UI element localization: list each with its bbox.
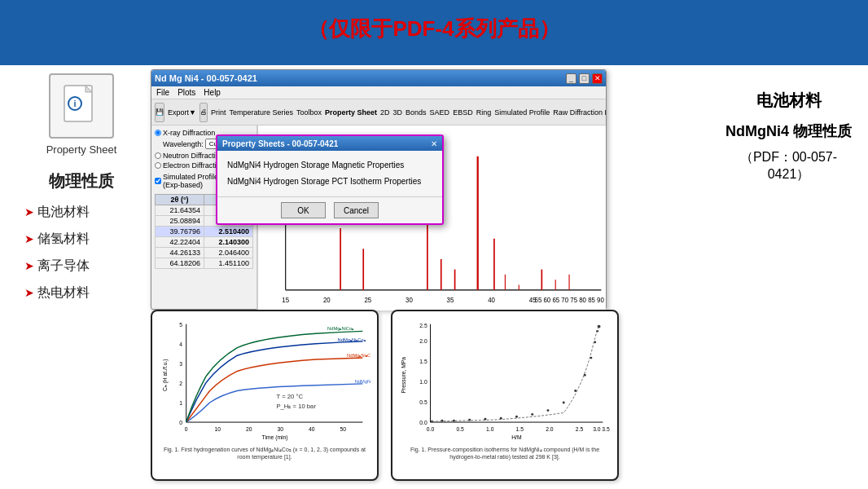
menu-file[interactable]: File	[156, 88, 169, 97]
popup-content: NdMgNi4 Hydrogen Storage Magnetic Proper…	[217, 151, 442, 196]
temp-series-label[interactable]: Temperature Series	[229, 108, 293, 117]
right-compound: NdMgNi4 物理性质	[726, 121, 852, 141]
property-popup: Property Sheets - 00-057-0421 ✕ NdMgNi4 …	[216, 134, 444, 225]
sim-profile-checkbox[interactable]	[155, 178, 161, 184]
d-value: 2.510400	[204, 227, 253, 237]
svg-text:50: 50	[340, 426, 347, 432]
software-menubar: File Plots Help	[151, 86, 606, 99]
svg-text:1.0: 1.0	[419, 379, 427, 385]
popup-item-2[interactable]: NdMgNi4 Hydrogen Storage PCT Isotherm Pr…	[226, 174, 434, 190]
menu-plots[interactable]: Plots	[178, 88, 195, 97]
software-titlebar: Nd Mg Ni4 - 00-057-0421 _ □ ✕	[151, 70, 606, 86]
print-label[interactable]: Print	[211, 108, 226, 117]
property-sheet-label: Property Sheet	[46, 143, 117, 156]
bonds-label[interactable]: Bonds	[406, 108, 427, 117]
popup-close-button[interactable]: ✕	[431, 139, 437, 148]
angle-value: 25.08894	[156, 216, 204, 227]
table-row: 64.18206 1.451100	[156, 258, 253, 269]
popup-item-1[interactable]: NdMgNi4 Hydrogen Storage Magnetic Proper…	[226, 157, 434, 174]
svg-text:0.5: 0.5	[456, 426, 464, 432]
sim-profile-label[interactable]: Simulated Profile	[494, 108, 550, 117]
print-tool-button[interactable]: 🖨	[199, 103, 208, 122]
svg-text:H/M: H/M	[511, 434, 522, 440]
popup-titlebar: Property Sheets - 00-057-0421 ✕	[217, 136, 442, 151]
svg-text:0: 0	[185, 426, 188, 432]
graph1-area: 0 1 2 3 4 5 Cₕ (H at./f.u.) 0 10 20 30 4…	[159, 318, 370, 444]
angle-value: 64.18206	[156, 258, 204, 269]
svg-text:P_H₂ = 10 bar: P_H₂ = 10 bar	[276, 403, 316, 410]
svg-text:20: 20	[246, 426, 252, 432]
svg-text:40: 40	[488, 295, 495, 304]
svg-text:1: 1	[179, 400, 182, 406]
table-header-angle: 2θ (°)	[156, 195, 204, 205]
neutron-label: Neutron Diffraction	[163, 152, 224, 160]
top-title: （仅限于PDF-4系列产品）	[308, 15, 559, 43]
svg-text:2.0: 2.0	[546, 426, 554, 432]
wavelength-label: Wavelength:	[163, 140, 204, 148]
prop-list: 电池材料 储氢材料 离子导体 热电材料	[16, 204, 147, 311]
save-tool-button[interactable]: 💾	[155, 103, 164, 122]
saed-label[interactable]: SAED	[430, 108, 450, 117]
svg-text:0.5: 0.5	[419, 399, 427, 405]
svg-point-72	[547, 409, 550, 412]
export-label[interactable]: Export▼	[168, 108, 196, 117]
svg-text:30: 30	[406, 295, 413, 304]
center-area: Nd Mg Ni4 - 00-057-0421 _ □ ✕ File Plots…	[151, 69, 631, 322]
ring-label[interactable]: Ring	[476, 108, 492, 117]
graph-pct: 0.0 0.5 1.0 1.5 2.0 2.5 Pressure, MPa 0.…	[391, 310, 619, 481]
2d-label[interactable]: 2D	[380, 108, 390, 117]
svg-point-79	[598, 325, 601, 328]
svg-point-74	[574, 390, 576, 392]
table-row: 42.22404 2.140300	[156, 237, 253, 248]
property-sheet-toolbar-label[interactable]: Property Sheet	[325, 108, 377, 117]
software-title: Nd Mg Ni4 - 00-057-0421	[155, 73, 257, 83]
d-value: 2.046400	[204, 248, 253, 258]
svg-text:55 60 65 70 75 80 85 90 95: 55 60 65 70 75 80 85 90 95	[535, 295, 606, 304]
svg-text:0: 0	[179, 420, 182, 425]
svg-point-71	[531, 413, 533, 416]
svg-text:T = 20 °C: T = 20 °C	[276, 393, 303, 400]
3d-label[interactable]: 3D	[393, 108, 403, 117]
software-toolbar: 💾 Export▼ 🖨 Print Temperature Series Too…	[151, 99, 606, 126]
svg-text:1.0: 1.0	[486, 426, 494, 432]
angle-value: 42.22404	[156, 237, 204, 248]
svg-text:25: 25	[364, 295, 371, 304]
svg-text:5: 5	[179, 322, 182, 328]
maximize-button[interactable]: □	[579, 73, 590, 84]
graph2-svg: 0.0 0.5 1.0 1.5 2.0 2.5 Pressure, MPa 0.…	[399, 318, 611, 444]
d-value: 2.140300	[204, 237, 253, 248]
svg-text:NdMg₂NiCo₂: NdMg₂NiCo₂	[327, 326, 354, 331]
graph2-area: 0.0 0.5 1.0 1.5 2.0 2.5 Pressure, MPa 0.…	[399, 318, 611, 444]
graph1-caption: Fig. 1. First hydrogenation curves of Nd…	[159, 446, 370, 460]
list-item: 热电材料	[16, 284, 147, 302]
popup-cancel-button[interactable]: Cancel	[334, 202, 379, 218]
popup-ok-button[interactable]: OK	[281, 202, 326, 218]
svg-text:40: 40	[309, 426, 315, 432]
raw-diff-label[interactable]: Raw Diffraction Data	[553, 108, 606, 117]
left-panel: i Property Sheet 物理性质 电池材料 储氢材料 离子导体 热电材…	[16, 65, 147, 473]
menu-help[interactable]: Help	[204, 88, 221, 97]
svg-text:15: 15	[282, 295, 289, 304]
toolbox-label[interactable]: Toolbox	[296, 108, 322, 117]
angle-value: 21.64354	[156, 205, 204, 216]
bottom-graphs: 0 1 2 3 4 5 Cₕ (H at./f.u.) 0 10 20 30 4…	[151, 310, 619, 481]
list-item: 离子导体	[16, 258, 147, 275]
right-panel: 电池材料 NdMgNi4 物理性质 （PDF：00-057-0421）	[726, 90, 852, 183]
svg-text:35: 35	[447, 295, 454, 304]
svg-text:2: 2	[179, 381, 182, 386]
d-value: 1.451100	[204, 258, 253, 269]
graph-hydrogenation: 0 1 2 3 4 5 Cₕ (H at./f.u.) 0 10 20 30 4…	[151, 310, 379, 481]
list-item: 电池材料	[16, 204, 147, 221]
ebsd-label[interactable]: EBSD	[453, 108, 473, 117]
svg-text:1.5: 1.5	[419, 359, 427, 364]
window-controls: _ □ ✕	[566, 73, 603, 84]
svg-text:4: 4	[179, 341, 182, 347]
svg-text:2.0: 2.0	[419, 338, 427, 344]
svg-point-73	[563, 402, 565, 404]
svg-text:0.0: 0.0	[419, 420, 427, 425]
minimize-button[interactable]: _	[566, 73, 576, 84]
svg-text:Cₕ (H at./f.u.): Cₕ (H at./f.u.)	[162, 359, 169, 391]
property-sheet-icon: i	[49, 73, 114, 139]
svg-text:i: i	[73, 99, 76, 108]
close-button[interactable]: ✕	[592, 73, 603, 84]
